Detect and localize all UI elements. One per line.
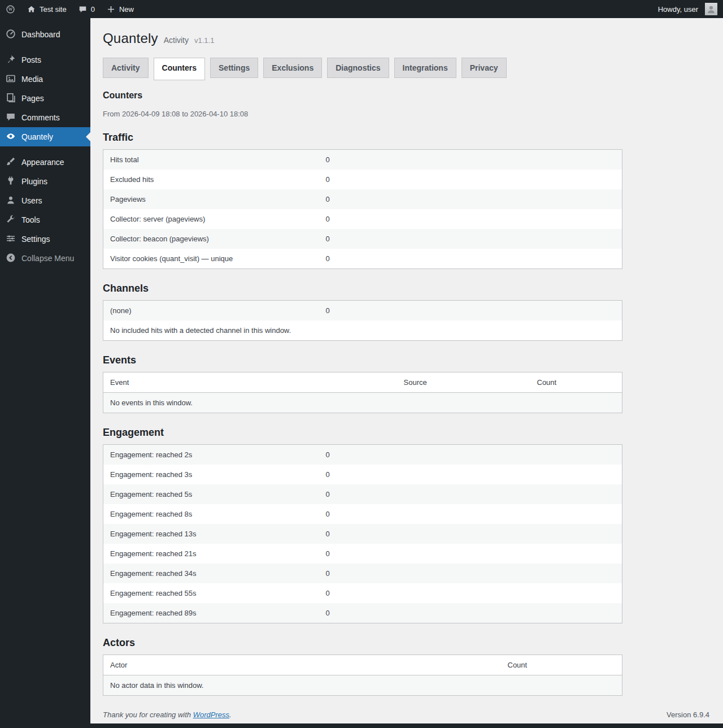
traffic-table: Hits total0 Excluded hits0 Pageviews0 Co… [103, 149, 622, 269]
table-row: Engagement: reached 21s0 [103, 544, 622, 564]
table-header-row: Event Source Count [103, 372, 622, 393]
table-header-row: Actor Count [103, 655, 622, 675]
metric-value: 0 [319, 445, 622, 465]
sidebar-item-settings[interactable]: Settings [0, 229, 90, 249]
user-icon [5, 194, 16, 207]
column-header-count: Count [501, 655, 622, 675]
admin-bar-spacer [140, 0, 652, 18]
sidebar-item-label: Quantely [21, 132, 53, 141]
metric-label: Engagement: reached 21s [103, 544, 319, 564]
metric-value: 0 [319, 544, 622, 564]
column-header-actor: Actor [103, 655, 501, 675]
tab-integrations[interactable]: Integrations [394, 58, 456, 78]
metric-value: 0 [319, 209, 622, 229]
table-row: Engagement: reached 8s0 [103, 504, 622, 524]
table-row: Engagement: reached 34s0 [103, 564, 622, 583]
sidebar-item-label: Pages [21, 94, 44, 103]
wordpress-link[interactable]: WordPress [193, 710, 229, 719]
metric-value: 0 [319, 504, 622, 524]
menu-separator [0, 44, 90, 50]
sidebar-item-quantely[interactable]: Quantely [0, 127, 90, 146]
events-table: Event Source Count No events in this win… [103, 372, 622, 413]
sidebar-item-label: Settings [21, 235, 50, 244]
date-range-text: From 2026-04-09 18:08 to 2026-04-10 18:0… [103, 110, 711, 118]
sidebar-item-comments[interactable]: Comments [0, 108, 90, 127]
wordpress-logo-icon: W [6, 5, 15, 14]
howdy-label: Howdy, user [658, 5, 698, 14]
metric-value: 0 [319, 583, 622, 603]
table-row: Hits total0 [103, 150, 622, 170]
table-row: Collector: server (pageviews)0 [103, 209, 622, 229]
metric-label: Excluded hits [103, 170, 319, 189]
actors-section-title: Actors [103, 637, 711, 649]
events-section-title: Events [103, 354, 711, 366]
empty-message: No included hits with a detected channel… [103, 320, 622, 341]
metric-label: Collector: beacon (pageviews) [103, 229, 319, 249]
sidebar-item-plugins[interactable]: Plugins [0, 172, 90, 191]
metric-value: 0 [319, 524, 622, 544]
table-row: Engagement: reached 89s0 [103, 603, 622, 623]
tab-settings[interactable]: Settings [210, 58, 258, 78]
collapse-arrow-icon [5, 252, 16, 265]
table-row: No included hits with a detected channel… [103, 320, 622, 341]
sidebar-item-media[interactable]: Media [0, 70, 90, 89]
page-title: Quantely [103, 31, 158, 46]
actors-table: Actor Count No actor data in this window… [103, 655, 622, 696]
metric-label: Visitor cookies (quant_visit) — unique [103, 249, 319, 269]
eye-icon [5, 131, 16, 144]
counters-heading: Counters [103, 90, 711, 101]
metric-label: Pageviews [103, 189, 319, 209]
sidebar-item-tools[interactable]: Tools [0, 210, 90, 229]
metric-value: 0 [319, 229, 622, 249]
tab-exclusions[interactable]: Exclusions [263, 58, 322, 78]
table-row: Excluded hits0 [103, 170, 622, 189]
comments-menu[interactable]: 0 [72, 0, 101, 18]
plugin-version: v1.1.1 [194, 36, 214, 45]
table-row: Visitor cookies (quant_visit) — unique0 [103, 249, 622, 269]
sidebar-item-dashboard[interactable]: Dashboard [0, 25, 90, 44]
wrench-icon [5, 214, 16, 227]
tab-activity[interactable]: Activity [103, 58, 149, 78]
column-header-source: Source [397, 372, 530, 393]
sidebar-item-pages[interactable]: Pages [0, 89, 90, 108]
new-content-menu[interactable]: New [101, 0, 140, 18]
account-menu[interactable]: Howdy, user [652, 0, 723, 18]
table-row: Engagement: reached 13s0 [103, 524, 622, 544]
sidebar-item-label: Media [21, 75, 43, 84]
site-name-menu[interactable]: Test site [21, 0, 72, 18]
sidebar-item-appearance[interactable]: Appearance [0, 153, 90, 172]
sidebar-item-label: Dashboard [21, 30, 60, 39]
main-content: Quantely Activity v1.1.1 Activity Counte… [90, 18, 723, 723]
footer-version: Version 6.9.4 [667, 710, 709, 719]
sidebar-item-label: Comments [21, 113, 60, 122]
sidebar-item-label: Posts [21, 55, 41, 64]
metric-value: 0 [319, 603, 622, 623]
metric-value: 0 [319, 170, 622, 189]
plug-icon [5, 175, 16, 188]
collapse-menu-button[interactable]: Collapse Menu [0, 249, 90, 268]
metric-label: Engagement: reached 5s [103, 484, 319, 504]
page-subtitle: Activity [164, 36, 189, 45]
sidebar-item-users[interactable]: Users [0, 191, 90, 210]
metric-label: Hits total [103, 150, 319, 170]
admin-bar: W Test site 0 New Howdy, user [0, 0, 723, 18]
sidebar-item-label: Appearance [21, 158, 64, 167]
wp-logo-menu[interactable]: W [0, 0, 21, 18]
column-header-event: Event [103, 372, 397, 393]
metric-label: Engagement: reached 2s [103, 445, 319, 465]
metric-value: 0 [319, 189, 622, 209]
metric-value: 0 [319, 484, 622, 504]
empty-message: No events in this window. [103, 393, 622, 413]
metric-label: Collector: server (pageviews) [103, 209, 319, 229]
footer-thanks-prefix: Thank you for creating with [103, 710, 193, 719]
tab-diagnostics[interactable]: Diagnostics [327, 58, 389, 78]
metric-value: 0 [319, 150, 622, 170]
sidebar-item-label: Tools [21, 215, 40, 224]
metric-label: Engagement: reached 89s [103, 603, 319, 623]
nav-tabs: Activity Counters Settings Exclusions Di… [103, 58, 711, 80]
tab-privacy[interactable]: Privacy [461, 58, 507, 78]
pages-icon [5, 92, 16, 105]
sidebar-item-posts[interactable]: Posts [0, 50, 90, 70]
tab-counters[interactable]: Counters [154, 58, 205, 80]
comments-icon [5, 111, 16, 124]
